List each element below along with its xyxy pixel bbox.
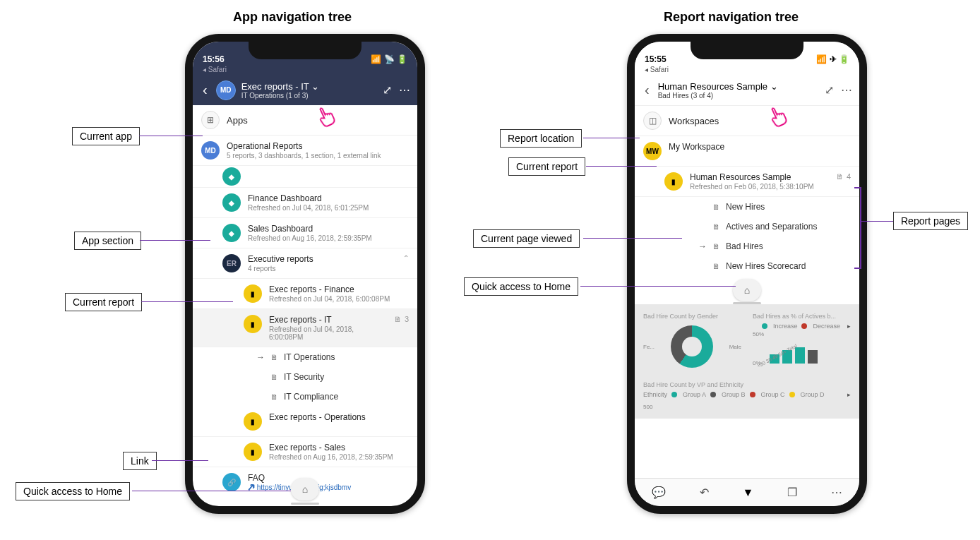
page-actives-separations[interactable]: →🗎 Actives and Separations <box>635 217 859 236</box>
workspaces-icon: ◫ <box>643 112 662 130</box>
more-icon[interactable]: ⋯ <box>831 486 842 499</box>
item-sub: Refreshed on Aug 16, 2018, 2:59:35PM <box>269 453 409 461</box>
section-apps[interactable]: ⊞ Apps <box>193 105 417 136</box>
page-icon: 🗎 <box>270 353 278 361</box>
report-title: Human Resources Sample <box>690 172 829 182</box>
callout-bracket <box>854 187 861 269</box>
home-button[interactable]: ⌂ <box>291 478 319 500</box>
callout-report-pages: Report pages <box>893 212 968 230</box>
status-icons: 📶 ✈ 🔋 <box>816 54 849 64</box>
chevron-right-icon[interactable]: ▸ <box>847 323 851 330</box>
apps-icon: ⊞ <box>201 111 220 129</box>
list-item-exec-it[interactable]: ▮ Exec reports - IT Refreshed on Jul 04,… <box>193 309 417 347</box>
page-icon: 🗎 <box>270 392 278 401</box>
header-titles[interactable]: Exec reports - IT ⌄ IT Operations (1 of … <box>241 81 377 100</box>
item-title: Exec reports - Operations <box>269 412 409 422</box>
callout-line <box>583 238 682 239</box>
app-sub: 5 reports, 3 dashboards, 1 section, 1 ex… <box>227 152 409 160</box>
comment-icon[interactable]: 💬 <box>652 486 666 499</box>
back-button[interactable]: ‹ <box>200 79 210 101</box>
chart-donut: Bad Hire Count by Gender Fe... Male <box>640 310 744 374</box>
current-report-item[interactable]: ▮ Human Resources Sample Refreshed on Fe… <box>635 167 859 197</box>
pages-icon[interactable]: ❐ <box>787 486 797 499</box>
chevron-up-icon[interactable]: ⌃ <box>403 254 409 262</box>
status-icons: 📶 📡 🔋 <box>371 54 407 64</box>
nav-tree-list[interactable]: ◫ Workspaces MW My Workspace ▮ Human Res… <box>635 106 859 419</box>
callout-current-report: Current report <box>508 157 585 176</box>
page-bad-hires[interactable]: →🗎 Bad Hires <box>635 236 859 256</box>
callout-line <box>861 221 893 222</box>
filter-icon[interactable]: ▼ <box>743 486 754 499</box>
page-it-compliance[interactable]: → 🗎 IT Compliance <box>193 387 417 407</box>
report-icon: ▮ <box>244 284 262 303</box>
expand-icon[interactable]: ⤢ <box>383 83 392 97</box>
page-count: 🗎 3 <box>394 315 409 323</box>
nav-tree-list[interactable]: ⊞ Apps MD Operational Reports 5 reports,… <box>193 105 417 492</box>
item-sub: Refreshed on Jul 04, 2018, 6:00:08PM <box>269 295 409 303</box>
list-item-exec-finance[interactable]: ▮ Exec reports - Finance Refreshed on Ju… <box>193 279 417 309</box>
item-title: Exec reports - IT <box>269 315 387 325</box>
legend-item: Group D <box>801 391 825 398</box>
donut-chart <box>671 325 713 368</box>
callout-current-report: Current report <box>65 293 142 311</box>
drag-handle[interactable] <box>291 503 319 505</box>
phone-notch <box>691 41 803 59</box>
legend-increase: Increase <box>773 323 798 330</box>
item-title: Exec reports - Finance <box>269 284 409 294</box>
callout-link: Link <box>123 452 157 470</box>
chart-title: Bad Hire Count by VP and Ethnicity <box>643 381 851 388</box>
list-item-truncated[interactable]: ◆ ‎ <box>193 166 417 188</box>
donut-label-male: Male <box>729 344 741 350</box>
chevron-right-icon[interactable]: ▸ <box>847 391 851 398</box>
undo-icon[interactable]: ↶ <box>700 486 709 499</box>
page-it-security[interactable]: → 🗎 IT Security <box>193 367 417 387</box>
expand-icon[interactable]: ⤢ <box>825 83 834 97</box>
callout-line <box>580 286 736 287</box>
report-icon: ▮ <box>664 172 683 191</box>
legend-item: Group B <box>722 391 746 398</box>
chart-title: Bad Hires as % of Actives b... <box>753 313 851 320</box>
breadcrumb-safari[interactable]: ◂ Safari <box>635 66 859 75</box>
more-icon[interactable]: ⋯ <box>399 83 410 97</box>
section-workspaces-label: Workspaces <box>669 116 719 126</box>
callout-line <box>139 136 203 136</box>
workspace-item[interactable]: MW My Workspace <box>635 136 859 167</box>
list-item-executive-reports[interactable]: ER Executive reports 4 reports ⌃ <box>193 248 417 279</box>
breadcrumb-safari[interactable]: ◂ Safari <box>193 66 417 75</box>
link-icon: 🔗 <box>222 473 241 491</box>
status-time: 15:55 <box>645 54 667 64</box>
back-button[interactable]: ‹ <box>642 79 652 101</box>
home-button[interactable]: ⌂ <box>733 279 761 301</box>
page-label: IT Security <box>284 372 324 382</box>
page-new-hires-scorecard[interactable]: →🗎 New Hires Scorecard <box>635 256 859 276</box>
section-avatar: ER <box>222 254 241 272</box>
page-new-hires[interactable]: →🗎 New Hires <box>635 197 859 217</box>
header-title: Human Resources Sample ⌄ <box>658 81 819 92</box>
more-icon[interactable]: ⋯ <box>841 83 852 97</box>
callout-line <box>141 301 233 302</box>
list-item-exec-operations[interactable]: ▮ Exec reports - Operations <box>193 407 417 437</box>
section-workspaces[interactable]: ◫ Workspaces <box>635 106 859 136</box>
item-title: Sales Dashboard <box>248 224 409 234</box>
current-app-item[interactable]: MD Operational Reports 5 reports, 3 dash… <box>193 136 417 166</box>
home-icon: ⌂ <box>302 484 308 495</box>
list-item-exec-sales[interactable]: ▮ Exec reports - Sales Refreshed on Aug … <box>193 437 417 467</box>
report-sub: Refreshed on Feb 06, 2018, 5:38:10PM <box>690 183 829 191</box>
header-avatar: MD <box>216 80 236 100</box>
header-titles[interactable]: Human Resources Sample ⌄ Bad Hires (3 of… <box>658 81 819 100</box>
callout-quick-home: Quick access to Home <box>16 482 130 500</box>
item-title: Finance Dashboard <box>248 193 409 203</box>
ytick: 50% <box>753 331 764 337</box>
callout-line <box>586 166 657 167</box>
page-count: 🗎 4 <box>836 172 851 181</box>
list-item-sales-dashboard[interactable]: ◆ Sales Dashboard Refreshed on Aug 16, 2… <box>193 218 417 248</box>
workspace-avatar: MW <box>643 142 662 160</box>
chart-title: Bad Hire Count by Gender <box>643 313 741 320</box>
page-label: Actives and Separations <box>726 222 817 232</box>
page-icon: 🗎 <box>712 222 720 231</box>
list-item-finance-dashboard[interactable]: ◆ Finance Dashboard Refreshed on Jul 04,… <box>193 188 417 218</box>
callout-current-page: Current page viewed <box>473 229 580 248</box>
page-label: New Hires Scorecard <box>726 261 806 271</box>
donut-label-female: Fe... <box>643 344 655 350</box>
page-it-operations[interactable]: → 🗎 IT Operations <box>193 347 417 367</box>
